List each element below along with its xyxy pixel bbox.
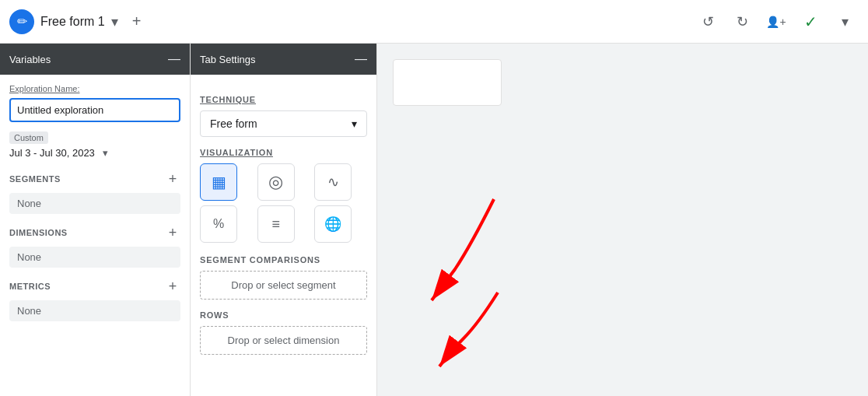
tab-settings-panel-header: Tab Settings — [191,44,376,75]
date-custom-label: Custom [9,131,48,144]
variables-panel: Variables — Exploration Name: Custom Jul… [0,44,191,396]
technique-dropdown[interactable]: Free form ▾ [200,110,367,137]
drop-dimension-text: Drop or select dimension [228,335,340,346]
drop-segment-zone[interactable]: Drop or select segment [200,271,367,300]
exploration-name-label: Exploration Name: [9,84,180,93]
variables-panel-body: Exploration Name: Custom Jul 3 - Jul 30,… [0,75,190,396]
share-button[interactable]: 👤+ [762,8,790,36]
technique-label: TECHNIQUE [200,95,367,104]
dimensions-none-value: None [9,247,180,268]
technique-dropdown-arrow: ▾ [352,117,357,130]
tab-section: ✏ Free form 1 ▾ + [9,9,149,34]
date-dropdown-arrow: ▾ [103,147,108,159]
dimensions-section-header: DIMENSIONS + [9,225,180,240]
drop-segment-text: Drop or select segment [231,279,335,291]
add-tab-button[interactable]: + [124,9,149,34]
variables-panel-header: Variables — [0,44,190,75]
metrics-none-value: None [9,300,180,321]
date-range-dropdown[interactable]: Jul 3 - Jul 30, 2023 ▾ [9,147,180,159]
more-icon: ▾ [842,13,849,30]
viz-geo-icon: 🌐 [324,216,341,233]
segments-section-header: SEGMENTS + [9,171,180,187]
metrics-add-button[interactable]: + [165,279,180,294]
undo-icon: ↺ [702,13,714,30]
viz-table-button[interactable]: ▦ [200,163,237,201]
tab-settings-minimize-button[interactable]: — [355,52,367,66]
metrics-title: METRICS [9,282,51,291]
viz-geo-button[interactable]: 🌐 [314,205,352,243]
dimensions-add-button[interactable]: + [165,225,180,240]
tab-title: Free form 1 [40,15,105,29]
dimensions-title: DIMENSIONS [9,228,68,237]
segments-add-button[interactable]: + [165,171,180,187]
viz-percent-button[interactable]: % [200,205,237,243]
undo-button[interactable]: ↺ [694,8,722,36]
main-content: Variables — Exploration Name: Custom Jul… [0,44,868,396]
tab-dropdown-icon[interactable]: ▾ [111,13,118,30]
edit-symbol: ✏ [17,14,27,29]
technique-value: Free form [210,117,257,130]
viz-donut-button[interactable]: ◎ [257,163,295,201]
arrow-1 [432,199,494,300]
viz-line-button[interactable]: ∿ [314,163,352,201]
canvas-placeholder [393,59,502,106]
viz-donut-icon: ◎ [268,172,283,192]
save-status-button[interactable]: ✓ [796,8,824,36]
drop-dimension-zone[interactable]: Drop or select dimension [200,326,367,355]
segment-comparisons-label: SEGMENT COMPARISONS [200,255,367,265]
rows-label: ROWS [200,310,367,320]
variables-panel-title: Variables [9,54,51,65]
canvas-area [377,44,868,396]
viz-percent-icon: % [213,217,224,231]
viz-table-icon: ▦ [212,173,226,191]
exploration-name-input[interactable] [9,98,180,122]
visualization-label: VISUALIZATION [200,148,367,157]
viz-bar-button[interactable]: ≡ [257,205,295,243]
visualization-grid: ▦ ◎ ∿ % ≡ 🌐 [200,163,367,243]
tab-settings-panel-title: Tab Settings [200,54,256,65]
top-bar: ✏ Free form 1 ▾ + ↺ ↻ 👤+ ✓ ▾ [0,0,868,44]
tab-settings-panel: Tab Settings — TECHNIQUE Free form ▾ VIS… [191,44,377,396]
canvas-inner [393,59,852,106]
share-icon: 👤+ [766,16,786,28]
redo-button[interactable]: ↻ [728,8,756,36]
more-options-button[interactable]: ▾ [831,8,859,36]
segments-none-value: None [9,193,180,214]
viz-bar-icon: ≡ [271,216,280,233]
metrics-section-header: METRICS + [9,279,180,294]
segments-title: SEGMENTS [9,174,61,184]
arrow-2 [439,293,498,366]
viz-line-icon: ∿ [327,173,339,191]
toolbar-right: ↺ ↻ 👤+ ✓ ▾ [694,8,859,36]
redo-icon: ↻ [737,13,748,30]
tab-settings-body: TECHNIQUE Free form ▾ VISUALIZATION ▦ ◎ … [191,75,376,370]
check-icon: ✓ [804,12,817,31]
variables-minimize-button[interactable]: — [168,52,180,66]
date-range-value: Jul 3 - Jul 30, 2023 [9,147,95,159]
edit-icon: ✏ [9,9,34,34]
date-range-section: Custom Jul 3 - Jul 30, 2023 ▾ [9,131,180,159]
